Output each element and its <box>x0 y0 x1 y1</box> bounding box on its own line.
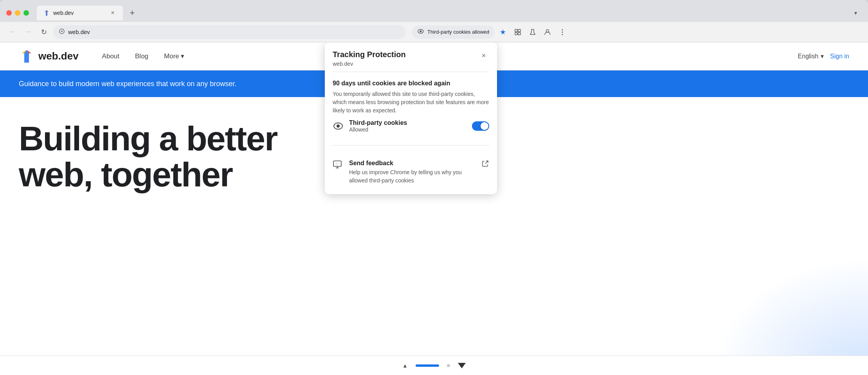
external-link-icon[interactable] <box>481 160 489 169</box>
browser-toolbar: ← → ↻ web.dev Third-party <box>0 22 868 42</box>
page-bottom: ▲ <box>0 355 868 375</box>
more-dropdown-icon: ▾ <box>181 52 184 60</box>
nav-more-button[interactable]: More ▾ <box>164 52 184 60</box>
svg-point-9 <box>562 31 563 32</box>
tab-close-button[interactable]: × <box>109 9 117 17</box>
tab-bar-right: ▾ <box>849 7 862 19</box>
browser-window: web.dev × + ▾ ← → ↻ web.dev <box>0 0 868 375</box>
nav-right: English ▾ Sign in <box>798 52 849 60</box>
address-text: web.dev <box>68 29 90 35</box>
svg-rect-5 <box>515 32 517 35</box>
cookie-eye-icon <box>333 121 344 132</box>
site-name: web.dev <box>38 50 79 62</box>
pagination-dot <box>447 364 450 367</box>
nav-blog[interactable]: Blog <box>135 52 148 60</box>
language-dropdown-icon: ▾ <box>821 52 824 60</box>
bottom-diamond <box>458 363 466 368</box>
svg-rect-4 <box>518 29 520 32</box>
feedback-icon: ! <box>333 160 344 171</box>
hero-line2: web, together <box>19 155 232 194</box>
sign-in-button[interactable]: Sign in <box>830 53 849 60</box>
svg-point-2 <box>420 30 422 32</box>
svg-point-12 <box>337 124 340 128</box>
tab-favicon <box>43 9 50 16</box>
tab-title: web.dev <box>53 10 106 16</box>
lab-button[interactable] <box>526 25 539 39</box>
popup-section-feedback: ! Send feedback Help us improve Chrome b… <box>325 146 497 194</box>
forward-button[interactable]: → <box>22 26 34 38</box>
popup-title: Tracking Protection <box>333 50 406 59</box>
hero-banner-text: Guidance to build modern web experiences… <box>19 80 236 88</box>
logo-svg <box>19 49 34 64</box>
fullscreen-window-button[interactable] <box>23 10 29 16</box>
reload-button[interactable]: ↻ <box>38 26 50 38</box>
tab-bar: web.dev × + ▾ <box>0 0 868 22</box>
cookie-label: Third-party cookies <box>349 119 466 126</box>
bottom-up-arrow: ▲ <box>402 362 408 369</box>
page-area: web.dev About Blog More ▾ English ▾ Sign… <box>0 42 868 375</box>
new-tab-button[interactable]: + <box>126 7 139 19</box>
cookie-info: Third-party cookies Allowed <box>349 119 466 133</box>
tab-dropdown-button[interactable]: ▾ <box>849 7 862 19</box>
hero-line1: Building a better <box>19 119 277 158</box>
feedback-desc: Help us improve Chrome by telling us why… <box>349 168 476 185</box>
bookmark-button[interactable]: ★ <box>496 25 510 39</box>
svg-point-8 <box>562 29 563 30</box>
back-button[interactable]: ← <box>6 26 19 38</box>
browser-menu-button[interactable] <box>556 25 569 39</box>
cookies-toggle[interactable] <box>472 121 489 131</box>
popup-days-title: 90 days until cookies are blocked again <box>333 80 489 87</box>
popup-domain: web.dev <box>333 61 406 67</box>
profile-button[interactable] <box>541 25 554 39</box>
minimize-window-button[interactable] <box>15 10 20 16</box>
popup-section-days: 90 days until cookies are blocked again … <box>325 72 497 145</box>
cookie-status: Allowed <box>349 126 466 133</box>
svg-text:!: ! <box>337 162 337 166</box>
toolbar-right: Third-party cookies allowed ★ <box>412 25 569 39</box>
feedback-info: Send feedback Help us improve Chrome by … <box>349 160 476 185</box>
popup-days-desc: You temporarily allowed this site to use… <box>333 90 489 115</box>
language-button[interactable]: English ▾ <box>798 52 824 60</box>
cookies-badge-text: Third-party cookies allowed <box>427 29 489 35</box>
feedback-row: ! Send feedback Help us improve Chrome b… <box>333 153 489 186</box>
tracking-protection-popup: Tracking Protection web.dev × 90 days un… <box>325 42 497 194</box>
svg-point-10 <box>562 34 563 35</box>
pagination-indicator <box>416 364 439 367</box>
toggle-thumb <box>481 122 488 130</box>
cookies-badge-button[interactable]: Third-party cookies allowed <box>412 25 495 39</box>
extensions-button[interactable] <box>511 25 524 39</box>
svg-rect-3 <box>515 29 517 32</box>
address-security-icon <box>59 28 65 36</box>
svg-rect-6 <box>518 32 520 35</box>
feedback-label: Send feedback <box>349 160 476 167</box>
cookie-row: Third-party cookies Allowed <box>333 115 489 137</box>
active-tab[interactable]: web.dev × <box>37 5 123 20</box>
language-label: English <box>798 53 818 60</box>
close-window-button[interactable] <box>6 10 12 16</box>
popup-title-area: Tracking Protection web.dev <box>333 50 406 67</box>
popup-close-button[interactable]: × <box>478 50 489 61</box>
eye-badge-icon <box>417 28 424 36</box>
address-bar[interactable]: web.dev <box>53 25 405 39</box>
popup-header: Tracking Protection web.dev × <box>325 42 497 72</box>
nav-about[interactable]: About <box>102 52 119 60</box>
traffic-lights <box>6 10 29 16</box>
site-logo[interactable]: web.dev <box>19 49 79 64</box>
